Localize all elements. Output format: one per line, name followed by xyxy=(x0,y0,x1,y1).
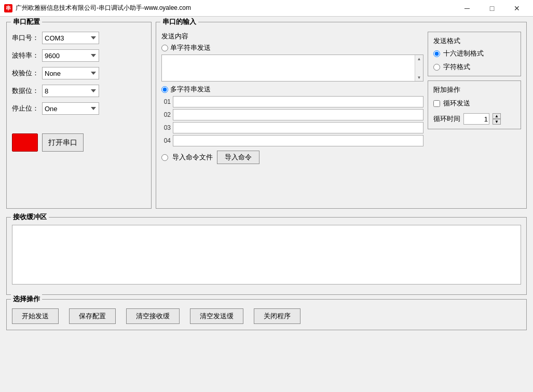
recv-buffer-panel: 接收缓冲区 xyxy=(6,217,527,295)
char-format-label[interactable]: 字符格式 xyxy=(443,62,470,72)
multi-num-3: 03 xyxy=(161,124,171,131)
action-panel: 选择操作 开始发送 保存配置 清空接收缓 清空发送缓 关闭程序 xyxy=(6,299,527,330)
stop-bits-select[interactable]: One Two xyxy=(42,102,99,115)
hex-format-label[interactable]: 十六进制格式 xyxy=(443,49,484,58)
action-buttons: 开始发送 保存配置 清空接收缓 清空发送缓 关闭程序 xyxy=(12,308,300,324)
close-program-button[interactable]: 关闭程序 xyxy=(254,308,300,324)
stop-bits-label: 停止位： xyxy=(12,104,39,113)
parity-row: 校验位： None Even Odd xyxy=(12,67,146,79)
serial-config-panel: 串口配置 串口号： COM3 COM1 COM2 COM4 波特率： xyxy=(6,22,152,213)
single-radio-row: 单字符串发送 xyxy=(161,43,423,52)
send-format-panel: 发送格式 十六进制格式 字符格式 xyxy=(428,32,521,164)
multi-row-1: 01 xyxy=(161,96,423,107)
char-format-radio[interactable] xyxy=(433,64,440,71)
open-port-button[interactable]: 打开串口 xyxy=(42,133,84,152)
main-content: 串口配置 串口号： COM3 COM1 COM2 COM4 波特率： xyxy=(0,17,533,340)
format-label: 发送格式 xyxy=(433,36,515,46)
stop-bits-row: 停止位： One Two xyxy=(12,102,146,115)
clear-send-button[interactable]: 清空发送缓 xyxy=(190,308,243,324)
multi-inputs: 01 02 03 04 xyxy=(161,96,423,146)
window-controls: ─ □ ✕ xyxy=(455,0,529,17)
action-box: 选择操作 开始发送 保存配置 清空接收缓 清空发送缓 关闭程序 xyxy=(6,299,527,330)
loop-time-label: 循环时间 xyxy=(433,114,460,124)
close-button[interactable]: ✕ xyxy=(505,0,529,17)
recv-buffer-box: 接收缓冲区 xyxy=(6,217,527,295)
serial-input-box: 串口的输入 发送内容 单字符串发送 xyxy=(156,22,527,209)
import-row: 导入命令文件 导入命令 xyxy=(161,151,423,164)
scroll-up-arrow[interactable]: ▲ xyxy=(416,55,423,62)
serial-config-box: 串口配置 串口号： COM3 COM1 COM2 COM4 波特率： xyxy=(6,22,152,209)
multi-input-4[interactable] xyxy=(173,135,423,146)
loop-time-input[interactable] xyxy=(463,113,489,125)
multi-num-1: 01 xyxy=(161,98,171,105)
import-file-radio[interactable] xyxy=(161,154,168,161)
app-icon: 串 xyxy=(4,4,12,12)
start-send-button[interactable]: 开始发送 xyxy=(12,308,59,324)
parity-label: 校验位： xyxy=(12,69,39,78)
multi-input-2[interactable] xyxy=(173,109,423,120)
baud-label: 波特率： xyxy=(12,51,39,60)
multi-num-4: 04 xyxy=(161,137,171,144)
open-port-row: 打开串口 xyxy=(12,127,146,152)
multi-input-1[interactable] xyxy=(173,96,423,107)
import-command-button[interactable]: 导入命令 xyxy=(217,151,259,164)
scrollbar: ▲ ▼ xyxy=(415,55,423,81)
single-string-input[interactable] xyxy=(162,55,415,81)
config-grid: 串口号： COM3 COM1 COM2 COM4 波特率： 9600 1200 xyxy=(12,32,146,152)
data-bits-row: 数据位： 8 5 6 7 xyxy=(12,85,146,97)
loop-time-row: 循环时间 ▲ ▼ xyxy=(433,113,515,125)
titlebar: 串 广州欧雅丽信息技术有限公司-串口调试小助手-www.oyalee.com ─… xyxy=(0,0,533,17)
loop-send-row: 循环发送 xyxy=(433,99,515,108)
multi-row-3: 03 xyxy=(161,122,423,133)
send-content-area: 发送内容 单字符串发送 ▲ ▼ xyxy=(161,32,423,164)
append-label: 附加操作 xyxy=(433,85,515,94)
input-inner: 发送内容 单字符串发送 ▲ ▼ xyxy=(161,32,521,164)
loop-send-checkbox[interactable] xyxy=(433,100,440,107)
window-title: 广州欧雅丽信息技术有限公司-串口调试小助手-www.oyalee.com xyxy=(16,4,455,12)
spin-buttons: ▲ ▼ xyxy=(493,113,501,125)
multi-string-radio[interactable] xyxy=(161,86,168,93)
multi-radio-label[interactable]: 多字符串发送 xyxy=(170,85,211,94)
hex-format-radio[interactable] xyxy=(433,50,440,57)
parity-select[interactable]: None Even Odd xyxy=(42,67,99,79)
scroll-down-arrow[interactable]: ▼ xyxy=(416,74,423,81)
port-label: 串口号： xyxy=(12,33,39,43)
serial-input-panel: 串口的输入 发送内容 单字符串发送 xyxy=(156,22,527,213)
recv-buffer-label: 接收缓冲区 xyxy=(11,212,49,222)
send-content-label: 发送内容 xyxy=(161,32,423,41)
status-light xyxy=(12,133,38,152)
port-row: 串口号： COM3 COM1 COM2 COM4 xyxy=(12,32,146,44)
port-select[interactable]: COM3 COM1 COM2 COM4 xyxy=(42,32,99,44)
baud-row: 波特率： 9600 1200 2400 4800 19200 38400 115… xyxy=(12,49,146,62)
multi-num-2: 02 xyxy=(161,111,171,118)
multi-row-2: 02 xyxy=(161,109,423,120)
save-config-button[interactable]: 保存配置 xyxy=(69,308,116,324)
data-bits-select[interactable]: 8 5 6 7 xyxy=(42,85,99,97)
serial-config-label: 串口配置 xyxy=(11,17,42,26)
action-label: 选择操作 xyxy=(11,294,42,304)
single-input-wrapper: ▲ ▼ xyxy=(161,55,423,82)
recv-buffer-textarea[interactable] xyxy=(12,225,521,285)
multi-input-3[interactable] xyxy=(173,122,423,133)
format-section: 发送格式 十六进制格式 字符格式 xyxy=(428,32,521,76)
loop-send-label[interactable]: 循环发送 xyxy=(443,99,470,108)
import-file-label[interactable]: 导入命令文件 xyxy=(172,153,213,162)
maximize-button[interactable]: □ xyxy=(480,0,504,17)
spin-down-button[interactable]: ▼ xyxy=(493,119,501,125)
data-bits-label: 数据位： xyxy=(12,86,39,96)
single-radio-label[interactable]: 单字符串发送 xyxy=(170,43,211,52)
char-radio-row: 字符格式 xyxy=(433,62,515,72)
minimize-button[interactable]: ─ xyxy=(455,0,479,17)
append-section: 附加操作 循环发送 循环时间 ▲ ▼ xyxy=(428,80,521,129)
format-radios: 十六进制格式 字符格式 xyxy=(433,49,515,72)
multi-radio-row: 多字符串发送 xyxy=(161,85,423,94)
hex-radio-row: 十六进制格式 xyxy=(433,49,515,58)
serial-input-label: 串口的输入 xyxy=(160,17,198,26)
top-row: 串口配置 串口号： COM3 COM1 COM2 COM4 波特率： xyxy=(6,22,527,213)
single-string-radio[interactable] xyxy=(161,45,168,51)
spin-up-button[interactable]: ▲ xyxy=(493,113,501,119)
multi-row-4: 04 xyxy=(161,135,423,146)
clear-recv-button[interactable]: 清空接收缓 xyxy=(126,308,180,324)
baud-select[interactable]: 9600 1200 2400 4800 19200 38400 115200 xyxy=(42,49,99,62)
